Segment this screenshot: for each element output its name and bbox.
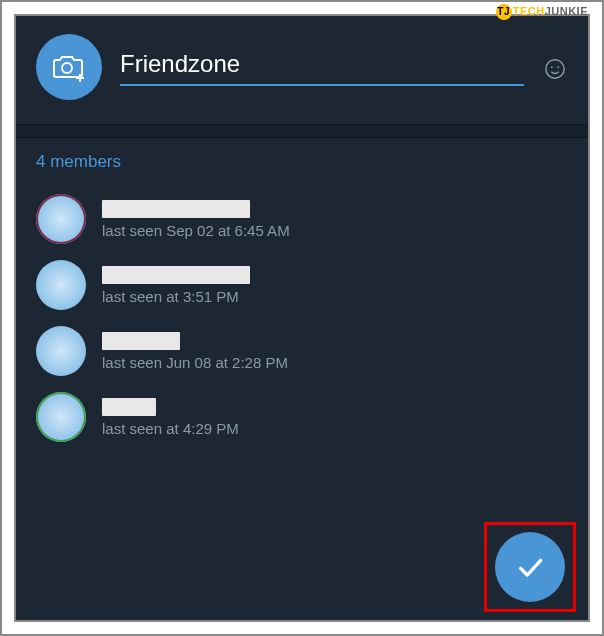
member-name-redacted: [102, 332, 180, 350]
avatar: [36, 392, 86, 442]
watermark-text-2: JUNKIE: [545, 5, 588, 17]
members-count-title: 4 members: [36, 152, 568, 172]
member-name-redacted: [102, 398, 156, 416]
confirm-highlight-box: [484, 522, 576, 612]
svg-point-5: [557, 66, 559, 68]
group-name-field-wrap: [120, 48, 524, 86]
svg-point-4: [551, 66, 553, 68]
member-name-redacted: [102, 200, 250, 218]
member-row[interactable]: last seen at 3:51 PM: [36, 252, 568, 318]
member-status: last seen Jun 08 at 2:28 PM: [102, 354, 288, 371]
member-row[interactable]: last seen Sep 02 at 6:45 AM: [36, 186, 568, 252]
watermark-badge: TJ: [496, 4, 512, 20]
svg-point-3: [546, 60, 564, 78]
emoji-button[interactable]: [542, 56, 568, 82]
member-text: last seen at 4:29 PM: [102, 398, 239, 437]
confirm-button[interactable]: [495, 532, 565, 602]
add-group-photo-button[interactable]: [36, 34, 102, 100]
camera-add-icon: [52, 52, 86, 82]
member-status: last seen Sep 02 at 6:45 AM: [102, 222, 290, 239]
section-divider: [16, 124, 588, 138]
member-row[interactable]: last seen Jun 08 at 2:28 PM: [36, 318, 568, 384]
members-section: 4 members last seen Sep 02 at 6:45 AM la…: [16, 138, 588, 450]
member-status: last seen at 3:51 PM: [102, 288, 250, 305]
member-status: last seen at 4:29 PM: [102, 420, 239, 437]
smiley-icon: [544, 58, 566, 80]
outer-frame: TJTECHJUNKIE: [0, 0, 604, 636]
group-name-input[interactable]: [120, 48, 524, 86]
avatar: [36, 194, 86, 244]
member-row[interactable]: last seen at 4:29 PM: [36, 384, 568, 450]
member-name-redacted: [102, 266, 250, 284]
watermark: TJTECHJUNKIE: [496, 4, 588, 20]
avatar: [36, 260, 86, 310]
app-screen: 4 members last seen Sep 02 at 6:45 AM la…: [14, 14, 590, 622]
member-text: last seen Sep 02 at 6:45 AM: [102, 200, 290, 239]
header: [16, 16, 588, 100]
check-icon: [514, 551, 546, 583]
watermark-text-1: TECH: [513, 5, 545, 17]
svg-point-0: [62, 63, 72, 73]
avatar: [36, 326, 86, 376]
member-text: last seen Jun 08 at 2:28 PM: [102, 332, 288, 371]
member-text: last seen at 3:51 PM: [102, 266, 250, 305]
